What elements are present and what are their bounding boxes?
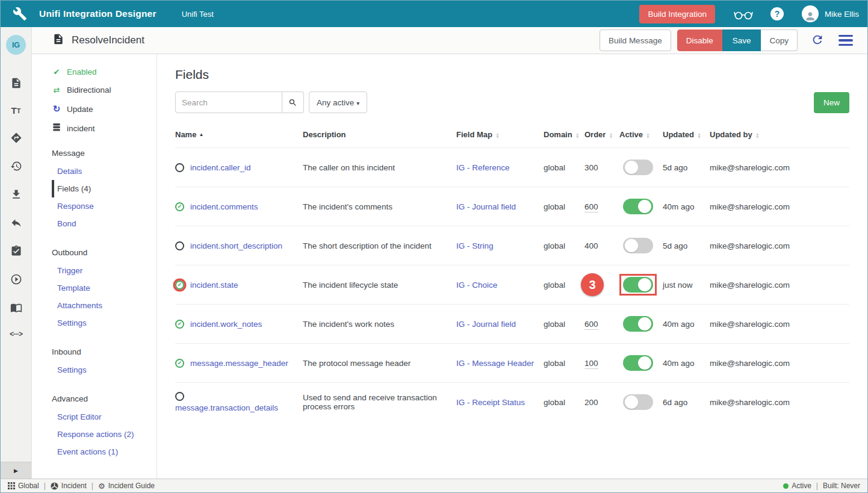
nav-item-details[interactable]: Details	[52, 163, 157, 180]
active-toggle[interactable]	[623, 394, 653, 410]
download-icon[interactable]	[10, 188, 22, 200]
active-toggle[interactable]	[623, 238, 653, 253]
nav-item-script-editor[interactable]: Script Editor	[52, 408, 157, 426]
sort-carets-icon: ▲▼	[495, 132, 500, 138]
nav-item-attachments[interactable]: Attachments	[52, 297, 157, 314]
nav-item-outbound-settings[interactable]: Settings	[52, 314, 157, 332]
new-button[interactable]: New	[814, 92, 849, 113]
field-name-link[interactable]: message.message_header	[190, 359, 288, 368]
column-header-updated-by[interactable]: Updated by▲▼	[710, 122, 849, 148]
nav-section-message: Message Details Fields (4) Response Bond	[52, 149, 157, 232]
documentation-book-icon[interactable]	[10, 302, 22, 314]
column-header-domain[interactable]: Domain▲▼	[544, 122, 584, 148]
active-cell	[619, 226, 663, 265]
field-map-link[interactable]: IG - String	[456, 241, 494, 250]
field-name-link[interactable]: incident.state	[190, 281, 238, 290]
main-content: Fields Any active▾ New	[157, 54, 867, 479]
active-toggle[interactable]	[623, 160, 653, 175]
disable-button[interactable]: Disable	[677, 29, 722, 51]
active-toggle[interactable]	[623, 277, 653, 293]
ig-avatar[interactable]: IG	[6, 35, 26, 55]
active-toggle[interactable]	[623, 199, 653, 214]
field-name-link[interactable]: message.transaction_details	[175, 403, 278, 412]
annotation-highlight-box	[619, 157, 657, 178]
wrench-icon	[13, 7, 27, 21]
column-header-field-map[interactable]: Field Map▲▼	[456, 122, 544, 148]
active-cell	[619, 383, 663, 422]
tasks-icon[interactable]	[10, 245, 22, 257]
help-icon[interactable]: ?	[770, 7, 784, 20]
updated-cell: 5d ago	[663, 148, 710, 187]
nav-item-response-actions[interactable]: Response actions (2)	[52, 426, 157, 443]
history-icon[interactable]	[10, 160, 22, 172]
directions-icon[interactable]	[10, 132, 22, 144]
nav-item-fields[interactable]: Fields (4)	[52, 180, 157, 197]
field-order: 300	[584, 163, 598, 172]
field-description: The incident's work notes	[303, 320, 394, 329]
app-indicator[interactable]: Incident	[51, 482, 87, 490]
field-updated-by: mike@sharelogic.com	[710, 398, 790, 407]
reply-icon[interactable]	[10, 217, 22, 229]
field-name-link[interactable]: incident.short_description	[190, 241, 282, 250]
menu-icon[interactable]	[839, 35, 853, 46]
search-icon[interactable]	[282, 91, 304, 113]
scope-indicator[interactable]: Global	[8, 482, 39, 490]
updated-by-cell: mike@sharelogic.com	[710, 226, 849, 265]
play-circle-icon[interactable]	[10, 273, 22, 285]
updated-cell: 5d ago	[663, 226, 710, 265]
field-map-link[interactable]: IG - Journal field	[456, 202, 516, 211]
nav-section-advanced: Advanced Script Editor Response actions …	[52, 394, 157, 460]
column-header-active[interactable]: Active▲▼	[619, 122, 663, 148]
field-map-link[interactable]: IG - Reference	[456, 163, 510, 172]
copy-button[interactable]: Copy	[761, 29, 798, 51]
app-title: Unifi Integration Designer	[39, 8, 157, 19]
field-description: The incident lifecycle state	[303, 281, 398, 290]
nav-item-trigger[interactable]: Trigger	[52, 262, 157, 279]
field-order: 100	[584, 359, 598, 369]
nav-item-event-actions[interactable]: Event actions (1)	[52, 443, 157, 460]
document-icon[interactable]	[10, 77, 22, 89]
sort-carets-icon: ▲▼	[697, 132, 701, 138]
build-integration-button[interactable]: Build Integration	[639, 5, 715, 23]
updated-cell: 6d ago	[663, 383, 710, 422]
order-cell: 600	[584, 305, 619, 344]
sort-carets-icon: ▲▼	[646, 132, 650, 138]
active-toggle[interactable]	[623, 316, 653, 332]
order-cell: 100	[584, 344, 619, 383]
updated-by-cell: mike@sharelogic.com	[710, 383, 849, 422]
field-name-link[interactable]: incident.comments	[190, 202, 258, 211]
nav-item-response[interactable]: Response	[52, 197, 157, 215]
column-header-name[interactable]: Name▲▲▼	[175, 122, 303, 148]
column-header-order[interactable]: Order▲▼	[584, 122, 619, 148]
module-indicator[interactable]: ⚙ Incident Guide	[98, 482, 155, 490]
active-filter-dropdown[interactable]: Any active▾	[309, 91, 367, 113]
nav-item-inbound-settings[interactable]: Settings	[52, 361, 157, 379]
field-map-link[interactable]: IG - Journal field	[456, 320, 516, 329]
build-message-button[interactable]: Build Message	[600, 29, 671, 51]
updated-by-cell: mike@sharelogic.com	[710, 148, 849, 187]
user-name[interactable]: Mike Ellis	[825, 10, 859, 19]
field-updated: 5d ago	[663, 163, 687, 172]
active-toggle[interactable]	[623, 355, 653, 371]
active-cell	[619, 344, 663, 383]
expand-rail-arrow-icon[interactable]: ▶	[1, 462, 31, 479]
save-button[interactable]: Save	[722, 29, 761, 51]
field-name-link[interactable]: incident.caller_id	[190, 163, 251, 172]
preview-glasses-icon[interactable]	[733, 7, 754, 20]
column-header-updated[interactable]: Updated▲▼	[663, 122, 710, 148]
field-map-link[interactable]: IG - Choice	[456, 281, 497, 290]
field-map-link[interactable]: IG - Message Header	[456, 359, 534, 368]
top-bar: Unifi Integration Designer Unifi Test Bu…	[1, 1, 867, 27]
code-icon[interactable]: <···>	[10, 330, 22, 338]
updated-by-cell: mike@sharelogic.com	[710, 344, 849, 383]
environment-label[interactable]: Unifi Test	[182, 10, 214, 19]
search-input[interactable]	[175, 91, 282, 113]
text-format-icon[interactable]: TT	[11, 105, 21, 116]
nav-item-bond[interactable]: Bond	[52, 215, 157, 232]
refresh-icon[interactable]	[811, 33, 824, 48]
field-name-link[interactable]: incident.work_notes	[190, 320, 262, 329]
user-avatar[interactable]	[802, 5, 819, 22]
active-cell	[619, 305, 663, 344]
field-map-link[interactable]: IG - Receipt Status	[456, 398, 525, 407]
nav-item-template[interactable]: Template	[52, 279, 157, 297]
